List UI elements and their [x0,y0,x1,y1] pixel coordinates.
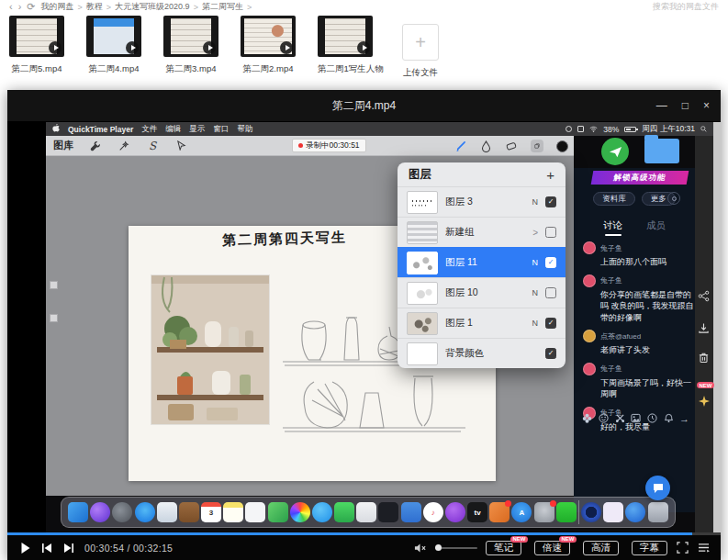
premium-banner[interactable]: 解锁高级功能 [591,171,689,185]
menubar-app-name[interactable]: QuickTime Player [68,125,133,134]
menubar-menu-item[interactable]: 文件 [141,124,157,135]
dock-icon[interactable] [268,502,288,522]
gallery-button[interactable]: 图库 [53,139,73,152]
layer-visibility-checkbox[interactable]: ✓ [545,287,556,298]
dock-icon[interactable] [68,502,88,522]
feature-button[interactable]: 笔记 NEW [486,541,521,555]
dock-icon[interactable] [290,502,310,522]
add-layer-button[interactable]: + [546,168,554,182]
layer-visibility-checkbox[interactable]: ✓ [545,227,556,238]
spotlight-icon[interactable] [700,125,707,134]
mute-icon[interactable] [414,542,427,554]
layer-row[interactable]: 图层 3 > N ✓ [398,186,566,217]
dock-icon[interactable] [445,502,465,522]
breadcrumb-item[interactable]: 我的网盘 [41,1,74,13]
paper-plane-app-icon[interactable] [601,138,629,165]
seek-bar[interactable] [7,532,721,535]
dock-icon[interactable] [356,502,376,522]
dock-icon[interactable]: tv [467,502,487,522]
layer-visibility-checkbox[interactable]: ✓ [545,318,556,329]
drawing-canvas[interactable]: 第二周第四天写生 [46,156,574,496]
input-source-icon[interactable] [577,126,584,132]
wifi-icon[interactable] [589,125,598,134]
dock-icon[interactable] [157,502,177,522]
dock-icon[interactable] [648,502,668,522]
feature-button[interactable]: 高清 NEW [583,541,619,555]
adjustments-wand-icon[interactable] [118,140,130,152]
download-icon[interactable] [698,321,711,334]
star-wand-icon[interactable] [698,395,711,408]
sidebar-tab[interactable]: 讨论 [603,219,622,236]
screen-record-icon[interactable] [566,126,572,132]
menubar-menu-item[interactable]: 窗口 [213,124,229,135]
minimize-button[interactable]: — [656,99,667,112]
dock-icon[interactable] [625,502,645,522]
breadcrumb-item[interactable]: 教程 [86,1,103,13]
search-input[interactable]: 搜索我的网盘文件 [653,1,719,13]
scissors-icon[interactable] [614,412,626,424]
dock-icon[interactable]: 3 [201,502,221,522]
menubar-menu-item[interactable]: 帮助 [237,124,252,135]
dock-icon[interactable] [90,502,110,522]
layer-row[interactable]: 图层 1 > N ✓ [398,308,566,338]
selection-tool-icon[interactable]: S [146,140,159,152]
layer-blend-mode[interactable]: N [532,288,539,297]
dock-icon[interactable] [534,502,554,522]
dock-icon[interactable]: A [511,502,532,522]
feature-button[interactable]: 字幕 NEW [632,541,667,555]
layer-visibility-checkbox[interactable]: ✓ [545,348,556,359]
emoji-icon[interactable] [598,412,610,424]
video-content[interactable]: QuickTime Player 文件编辑显示窗口帮助 38% 周四 上午10:… [7,121,721,535]
layer-blend-mode[interactable]: N [532,197,539,207]
layer-visibility-checkbox[interactable]: ✓ [545,257,556,268]
feature-button[interactable]: 倍速 NEW [534,541,570,555]
dock-icon[interactable] [223,502,243,522]
video-file-item[interactable]: 第二周1写生人物 [318,16,373,75]
transform-arrow-icon[interactable] [174,140,187,152]
layer-blend-mode[interactable]: N [532,319,539,328]
layer-row[interactable]: 图层 11 > N ✓ [398,247,566,277]
sidebar-slider-handle-2[interactable] [50,314,58,322]
layer-row[interactable]: 背景颜色 > ✓ [398,338,566,368]
layer-visibility-checkbox[interactable]: ✓ [545,196,556,207]
send-icon[interactable]: → [679,413,689,424]
dock-icon[interactable] [603,502,623,522]
brush-tool-icon[interactable] [454,140,466,152]
back-icon[interactable]: ‹ [9,2,13,12]
video-file-item[interactable]: 第二周3.mp4 [163,16,218,75]
folder-icon[interactable] [644,139,679,163]
sidebar-slider-handle[interactable] [50,281,58,289]
dock-icon[interactable] [334,502,354,522]
dock-icon[interactable] [578,500,579,524]
support-chat-bubble[interactable] [645,476,670,500]
volume-slider[interactable] [435,547,477,549]
eraser-tool-icon[interactable] [505,140,518,152]
sidebar-pill-button[interactable]: 资料库 [593,192,635,206]
dock-icon[interactable] [179,502,199,522]
video-file-item[interactable]: 第二周2.mp4 [241,16,296,75]
forward-icon[interactable]: › [18,2,22,12]
next-button[interactable] [62,542,75,554]
layers-panel-button[interactable] [531,140,543,152]
play-button[interactable] [18,542,31,554]
sidebar-tab[interactable]: 成员 [646,219,666,236]
bell-icon[interactable] [663,412,675,424]
fullscreen-icon[interactable] [676,542,689,554]
sidebar-settings-icon[interactable] [667,192,680,205]
color-picker-button[interactable] [556,140,568,152]
upload-file-button[interactable]: + [402,24,439,61]
clock-icon[interactable] [646,412,658,424]
image-icon[interactable] [630,412,642,424]
dock-icon[interactable] [378,502,398,522]
video-file-item[interactable]: 第二周4.mp4 [86,16,141,75]
playlist-icon[interactable] [697,542,710,554]
refresh-icon[interactable]: ⟳ [27,2,35,12]
breadcrumb-item[interactable]: 第二周写生 [202,1,243,13]
chevron-right-icon[interactable]: > [532,228,538,238]
menubar-menu-item[interactable]: 显示 [189,124,205,135]
dock-icon[interactable] [401,502,421,522]
video-file-item[interactable]: 第二周5.mp4 [9,16,64,75]
trash-icon[interactable] [698,351,711,364]
actions-wrench-icon[interactable] [89,140,102,152]
dock-icon[interactable] [245,502,265,522]
